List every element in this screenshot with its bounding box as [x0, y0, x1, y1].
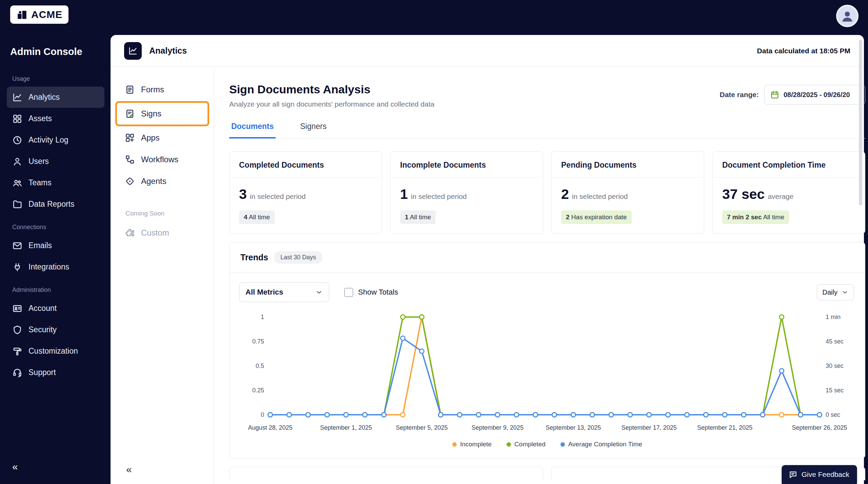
- subnav-item-label: Apps: [141, 133, 160, 143]
- grid-icon: [12, 114, 22, 124]
- partial-card-left: [229, 467, 543, 480]
- calendar-icon: [770, 90, 780, 99]
- subnav-item-label: Agents: [141, 176, 166, 186]
- trends-chart-svg: 00.250.50.7510 sec15 sec30 sec45 sec1 mi…: [239, 308, 855, 434]
- sidebar-item-analytics[interactable]: Analytics: [7, 87, 104, 108]
- sidebar-item-data-reports[interactable]: Data Reports: [7, 193, 104, 215]
- document-icon: [125, 85, 135, 95]
- signs-highlight-annotation: Signs: [115, 101, 209, 126]
- data-calculated-note: Data calculated at 18:05 PM: [757, 47, 850, 55]
- sidebar-item-label: Assets: [28, 114, 52, 123]
- svg-text:September 17, 2025: September 17, 2025: [622, 424, 677, 431]
- apps-grid-icon: [125, 133, 135, 143]
- svg-text:September 9, 2025: September 9, 2025: [472, 424, 524, 431]
- show-totals-checkbox[interactable]: [344, 288, 353, 297]
- trends-line-chart: 00.250.50.7510 sec15 sec30 sec45 sec1 mi…: [230, 305, 865, 436]
- date-range-picker[interactable]: 08/28/2025 - 09/26/20: [764, 85, 865, 105]
- folder-icon: [12, 199, 22, 209]
- subnav-item-forms[interactable]: Forms: [111, 79, 214, 100]
- show-totals-label: Show Totals: [358, 288, 398, 297]
- svg-text:September 13, 2025: September 13, 2025: [546, 424, 601, 431]
- metrics-select-value: All Metrics: [245, 288, 283, 297]
- trends-title: Trends: [240, 253, 268, 262]
- legend-dot: [507, 442, 511, 447]
- svg-text:September 5, 2025: September 5, 2025: [396, 424, 448, 431]
- svg-text:45 sec: 45 sec: [826, 338, 844, 345]
- stat-suffix: in selected period: [572, 192, 628, 200]
- tab-documents[interactable]: Documents: [229, 122, 276, 138]
- next-cards-row: [229, 467, 865, 480]
- analytics-chart-icon: [128, 46, 138, 56]
- nav-section-connections: Connections: [7, 215, 104, 235]
- sign-document-icon: [125, 109, 135, 119]
- svg-text:0.25: 0.25: [252, 387, 264, 394]
- sidebar-item-assets[interactable]: Assets: [7, 108, 104, 129]
- sidebar-item-label: Support: [28, 368, 56, 377]
- main-panel: Analytics Data calculated at 18:05 PM Fo…: [111, 35, 864, 484]
- sidebar-item-account[interactable]: Account: [7, 298, 104, 319]
- nav-section-administration: Administration: [7, 278, 104, 298]
- sidebar-item-label: Data Reports: [28, 200, 75, 209]
- give-feedback-label: Give Feedback: [802, 470, 849, 479]
- legend-label: Average Completion Time: [568, 441, 642, 448]
- content-area: Sign Documents Analysis Analyze your all…: [214, 67, 868, 484]
- stat-card-document-completion-time: Document Completion Time 37 secaverage 7…: [712, 151, 865, 234]
- sidebar-item-integrations[interactable]: Integrations: [7, 256, 104, 278]
- subnav-collapse-button[interactable]: «: [126, 464, 132, 475]
- stat-card-title: Incomplete Documents: [391, 152, 543, 178]
- give-feedback-button[interactable]: Give Feedback: [782, 465, 857, 484]
- subnav-item-apps[interactable]: Apps: [111, 127, 214, 149]
- sidebar-item-users[interactable]: Users: [7, 151, 104, 172]
- stat-value: 37 sec: [722, 186, 765, 202]
- stat-card-title: Document Completion Time: [713, 152, 865, 178]
- avatar-person-icon: [840, 8, 855, 23]
- people-group-icon: [12, 178, 22, 188]
- sidebar-item-customization[interactable]: Customization: [7, 340, 104, 362]
- id-card-icon: [12, 303, 22, 314]
- paint-roller-icon: [12, 346, 22, 356]
- subnav-item-label: Workflows: [141, 155, 178, 164]
- user-avatar[interactable]: [836, 5, 859, 27]
- stat-cards-row: Completed Documents 3in selected period …: [229, 151, 865, 234]
- legend-item: Incomplete: [452, 441, 492, 448]
- analytics-header-icon-box: [124, 42, 142, 60]
- agent-icon: [125, 176, 135, 186]
- stat-badge: 1 All time: [400, 210, 436, 224]
- stat-value: 1: [400, 186, 408, 202]
- svg-text:September 21, 2025: September 21, 2025: [697, 424, 752, 431]
- svg-text:August 28, 2025: August 28, 2025: [248, 424, 292, 431]
- brand-logo[interactable]: ACME: [10, 5, 68, 24]
- tab-signers[interactable]: Signers: [298, 122, 329, 138]
- shield-icon: [12, 325, 22, 335]
- analytics-chart-icon: [12, 92, 22, 103]
- page-title: Sign Documents Analysis: [229, 83, 434, 96]
- sidebar-title: Admin Console: [10, 46, 82, 57]
- sidebar-collapse-button[interactable]: «: [12, 461, 18, 472]
- sidebar-item-label: Activity Log: [28, 135, 68, 145]
- panel-scrollbar-thumb[interactable]: [859, 40, 862, 205]
- sidebar-item-support[interactable]: Support: [7, 362, 104, 383]
- interval-select-value: Daily: [823, 288, 837, 296]
- subnav-item-agents[interactable]: Agents: [111, 170, 214, 192]
- svg-text:September 1, 2025: September 1, 2025: [320, 424, 372, 431]
- stat-badge: 4 All time: [239, 210, 275, 224]
- subnav-item-custom[interactable]: Custom: [111, 222, 214, 244]
- metrics-select[interactable]: All Metrics: [239, 282, 329, 302]
- sidebar-item-emails[interactable]: Emails: [7, 235, 104, 256]
- subnav-item-label: Forms: [141, 85, 164, 94]
- stat-card-completed-documents: Completed Documents 3in selected period …: [229, 151, 382, 234]
- subnav-item-workflows[interactable]: Workflows: [111, 149, 214, 170]
- legend-item: Completed: [507, 441, 546, 448]
- legend-dot: [452, 442, 457, 447]
- sidebar-item-teams[interactable]: Teams: [7, 172, 104, 193]
- sidebar-item-label: Teams: [28, 178, 52, 187]
- plug-icon: [12, 262, 22, 272]
- svg-text:0.75: 0.75: [252, 338, 264, 345]
- subnav-item-signs[interactable]: Signs: [117, 103, 208, 125]
- sidebar-item-activity-log[interactable]: Activity Log: [7, 129, 104, 151]
- chevron-down-icon: [842, 289, 848, 296]
- svg-text:September 26, 2025: September 26, 2025: [792, 424, 847, 431]
- sidebar-item-security[interactable]: Security: [7, 319, 104, 340]
- stat-badge: 7 min 2 sec All time: [722, 210, 789, 224]
- interval-select[interactable]: Daily: [817, 284, 854, 300]
